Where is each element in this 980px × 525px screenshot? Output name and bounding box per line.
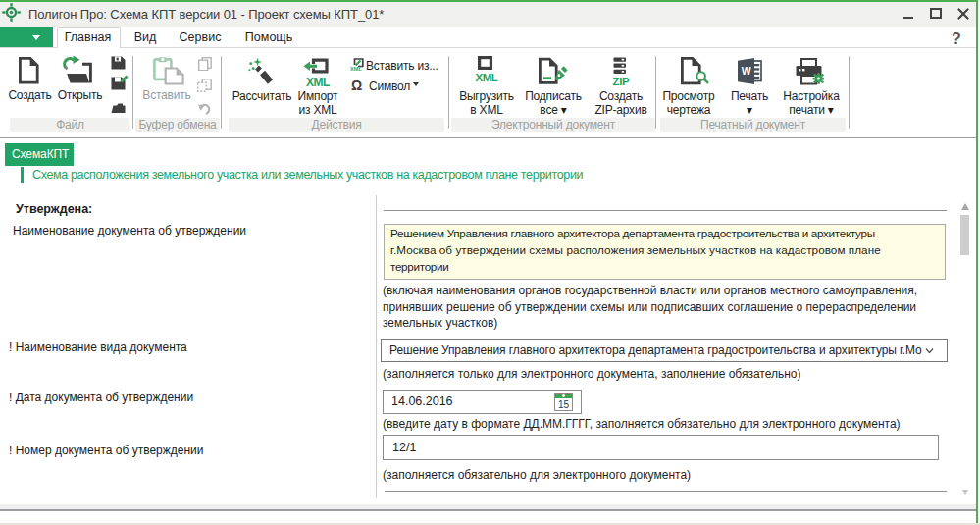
svg-text:15: 15: [558, 399, 570, 410]
svg-text:W: W: [742, 65, 751, 77]
svg-text:XML: XML: [350, 66, 362, 71]
